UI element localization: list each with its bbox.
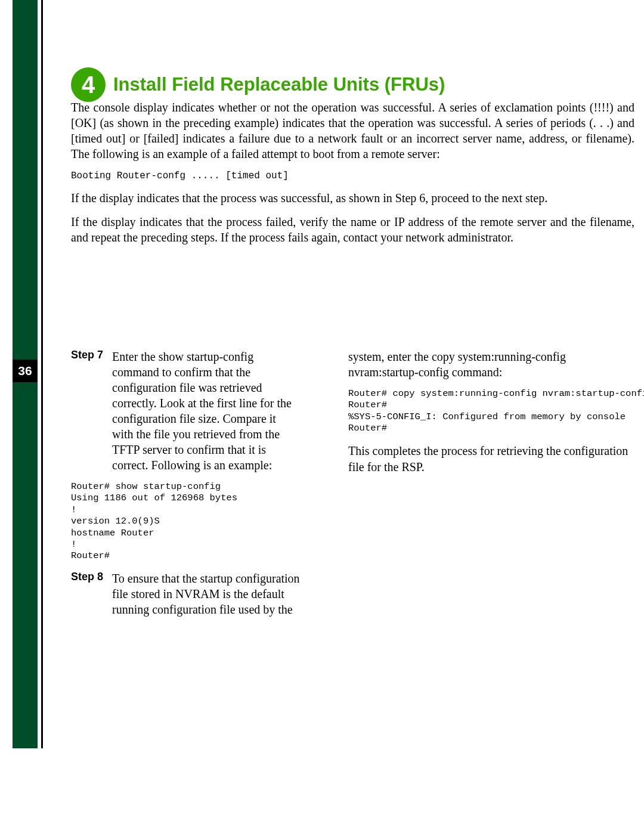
step-7-code-prompt: Router# (71, 481, 115, 492)
chapter-title: Install Field Replaceable Units (FRUs) (113, 74, 445, 95)
intro-code-1: Booting Router-confg ..... [timed out] (71, 170, 634, 182)
step-8-label: Step 8 (71, 571, 110, 583)
step-7-label: Step 7 (71, 349, 110, 361)
intro-paragraph-2: If the display indicates that the proces… (71, 190, 634, 206)
step-7-code-cmd: show startup-config (115, 481, 221, 492)
column-right: system, enter the copy system:running-co… (348, 349, 634, 475)
intro-paragraph-1: The console display indicates whether or… (71, 100, 634, 162)
intro-content: The console display indicates whether or… (71, 100, 634, 253)
step-8-code: Router# copy system:running-config nvram… (348, 388, 634, 435)
step-7: Step 7 Enter the show startup-config com… (71, 349, 301, 473)
column-left: Step 7 Enter the show startup-config com… (71, 349, 301, 621)
vertical-rule (41, 0, 43, 748)
step-8-code-prompt: Router# (348, 388, 392, 399)
intro-paragraph-3: If the display indicates that the proces… (71, 214, 634, 245)
step-7-body: Enter the show startup-config command to… (112, 349, 300, 473)
completion-text: This completes the process for retrievin… (348, 443, 634, 475)
step-8-body-left: To ensure that the startup configuration… (112, 571, 300, 617)
chapter-number-badge: 4 (71, 67, 106, 102)
step-8: Step 8 To ensure that the startup config… (71, 571, 301, 617)
steps-columns: Step 7 Enter the show startup-config com… (71, 349, 634, 621)
step-7-code-rest: Using 1186 out of 126968 bytes ! version… (71, 493, 237, 561)
step-8-code-cmd: copy system:running-config nvram:startup… (392, 388, 644, 399)
page-number: 36 (13, 360, 38, 382)
step-8-code-rest: Router# %SYS-5-CONFIG_I: Configured from… (348, 400, 626, 433)
step-7-code: Router# show startup-config Using 1186 o… (71, 481, 301, 562)
step-8-body-right: system, enter the copy system:running-co… (348, 349, 634, 380)
